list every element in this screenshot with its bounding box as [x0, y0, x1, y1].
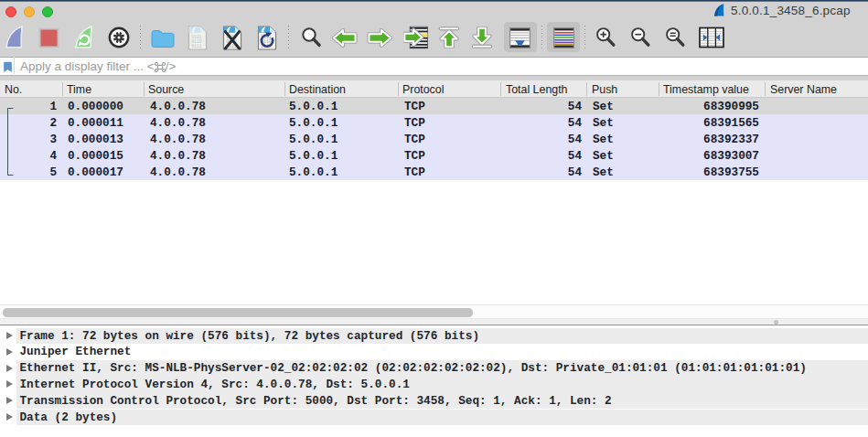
svg-text:0111: 0111	[191, 43, 202, 48]
